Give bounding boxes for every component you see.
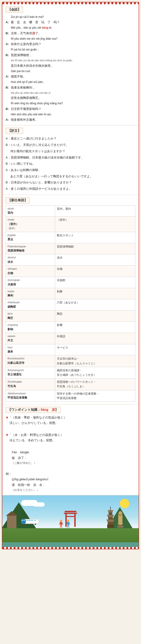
star-icon-1: ★ — [6, 416, 8, 419]
vocab-row: shìwài（室外）↑室外）（室外） — [6, 216, 135, 232]
kaiwa-title: 【会話】 — [6, 6, 23, 13]
vocab-pinyin: shāotáoyáo — [8, 301, 20, 304]
trans-line-a2-1: 何か屋内の観光スポットはありますか？ — [10, 148, 135, 154]
speaker-empty-b6p — [6, 101, 11, 106]
svg-line-26 — [62, 522, 63, 525]
svg-rect-16 — [24, 520, 25, 521]
vocab-row: shēngwù生物生物 — [6, 266, 135, 277]
wanpoint-example-1-char: 饭 凉了． — [6, 455, 135, 460]
vocab-row: jǐngdiǎn景点観光スポット — [6, 232, 135, 243]
vocab-meaning-cell: 琵琶湖博物館 — [55, 243, 135, 254]
vocab-meaning-cell: 陶芸 — [55, 310, 135, 322]
svg-line-27 — [60, 526, 61, 528]
svg-rect-3 — [74, 514, 76, 527]
svg-rect-7 — [108, 512, 112, 515]
vocab-hanzi: 生物 — [8, 272, 13, 275]
vocab-pinyin: fúwù — [8, 346, 12, 349]
trans-line-b1: B：いいえ、天気が少し冷え込んできたので。 — [6, 142, 135, 148]
vocab-row: shāotáoyáo烧陶窑六窯（あながま） — [6, 299, 135, 310]
vocab-pinyin: yǐngxiǎng — [8, 324, 18, 326]
vocab-hanzi: 外文 — [8, 339, 13, 342]
wanpoint-example-1-note: （ご飯が冷めた。） — [11, 460, 135, 466]
translation-block: A：最近どこへ遊びに行きましたか？ B：いいえ、天気が少し冷え込んできたので。 … — [6, 136, 135, 192]
wanpoint-star-1: ★「（気候・季節・場所などの気温が低く） — [6, 415, 135, 420]
stripe-border-top — [2, 2, 139, 4]
vocab-meaning-cell: 観光スポット — [55, 232, 135, 243]
vocab-row: Jiǎhèliúrénshùwū甲贺流忍者屋敷現存する唯一の本物の忍者屋敷・甲賀… — [6, 390, 135, 402]
svg-rect-15 — [22, 520, 23, 521]
vocab-pinyin: shuǐzúguǎn — [8, 279, 20, 281]
svg-point-21 — [24, 524, 26, 525]
star-icon-2: ★ — [6, 433, 8, 436]
stripe-border-bottom — [2, 547, 139, 549]
speaker-empty-a2p — [6, 36, 11, 41]
vocab-section: 【新出単語】 shìnèi室内室内、屋内shìwài（室外）↑室外）（室外）jǐ… — [2, 195, 139, 404]
dialogue-line-b4: B: 或者去体验舞剑， — [6, 85, 135, 90]
vocab-row: wǔjiàn舞剑剣舞 — [6, 288, 135, 299]
vocab-meaning-cell: 六窯（あながま） — [55, 299, 135, 310]
dialogue-line-a4p: Hěn duō dōu yǒu wài wén fú wù. — [6, 112, 135, 117]
vocab-meaning-cell: 淡水 — [55, 254, 135, 266]
vocab-row: fúwù服务サービス — [6, 344, 135, 355]
svg-rect-17 — [26, 520, 28, 521]
vocab-pinyin: jǐngdiǎn — [8, 234, 16, 236]
vocab-hanzi: 景点 — [8, 238, 13, 241]
trans-line-a5: A：多くの場所に外国語サービスがありますよ。 — [6, 186, 135, 192]
trans-line-a3: A：琵琶湖博物館。日本最大級の淡水生物の水族館です。 — [6, 155, 135, 161]
vocab-meaning-cell: 織田信長の居城跡・安土城跡（あづちじょうせき） — [55, 367, 135, 378]
vocab-row: Āntǔchéngyízhǐ安土城遗址織田信長の居城跡・安土城跡（あづちじょうせ… — [6, 367, 135, 378]
dialogue-line-a3: A: 感觉不错。 — [6, 74, 135, 79]
trans-speaker-a3: A：琵琶湖博物館。日本最大級の淡水生物の水族館です。 — [6, 156, 84, 159]
building-illustration — [7, 514, 16, 529]
vocab-meaning-cell: 現存する唯一の本物の忍者屋敷・甲賀流忍術屋敷 — [55, 390, 135, 402]
vocab-pinyin: dànshuǐ — [8, 256, 16, 259]
speech-a2: 你有什么室内景点吗？ — [11, 42, 135, 47]
vocab-meaning-cell: 琵琶湖第一のパワースポット・竹生島（ちくぶしま） — [55, 378, 135, 390]
svg-line-34 — [68, 526, 69, 528]
vocab-row: Pípáhúbówùguǎn琵琶湖博物馆琵琶湖博物館 — [6, 243, 135, 254]
svg-marker-10 — [106, 520, 115, 522]
vocab-hanzi: 舞剑 — [8, 294, 13, 297]
speech-a3: 感觉不错。 — [11, 74, 135, 79]
wanpoint-example-2-note: （お冷をください。） — [11, 488, 135, 493]
svg-line-33 — [67, 526, 68, 528]
vocab-meaning-cell: 水族館 — [55, 277, 135, 288]
wanpoint-block: ★「（気候・季節・場所などの気温が低く） 涼しい、ひんやりしている」状態。 ★「… — [6, 415, 135, 493]
kaiwa-section: 【会話】 Zuì jìn qù nǎ lǐ wán le ma? A: 最 近 … — [2, 4, 139, 126]
dialogue-line-b4p: Huò zhě qù tǐ yàn wǔ jiàn, — [6, 80, 135, 84]
vocab-meaning-cell: サービス — [55, 344, 135, 355]
speech-b5: 还有去烧陶窑做陶艺。 — [11, 95, 135, 100]
wanpoint-section: 【ワンポイント知識：liáng 凉】 ★「（気候・季節・場所などの気温が低く） … — [2, 404, 139, 495]
vocab-meaning-cell: 室内、屋内 — [55, 205, 135, 216]
vocab-meaning-cell: 剣舞 — [55, 288, 135, 299]
speech-b3p: shì Rì běn zuì dà de dàn shuǐ shēng wù s… — [11, 58, 135, 63]
speaker-a3: A: — [6, 74, 11, 79]
vocab-pinyin: shìwài — [8, 218, 14, 221]
person-illustration-2 — [66, 520, 70, 529]
speaker-empty-b2p — [6, 47, 11, 52]
main-container: 【会話】 Zuì jìn qù nǎ lǐ wán le ma? A: 最 近 … — [2, 2, 139, 549]
speaker-empty-b5p — [6, 91, 11, 95]
vocab-pinyin: Zhúshēngdǎo — [8, 380, 22, 383]
wanpoint-star-2: ★「（水・お茶・料理などの温度が低く） — [6, 432, 135, 438]
wanpoint-end-bracket: 】 — [55, 408, 58, 412]
vocab-word-cell: shēngwù生物 — [6, 266, 55, 277]
vocab-word-cell: shìnèi室内 — [6, 205, 55, 216]
dialogue-line-b5: 还有去烧陶窑做陶艺。 — [6, 95, 135, 100]
svg-rect-0 — [64, 511, 76, 512]
speech-a4: 很多都有外文服务。 — [11, 117, 135, 122]
vocab-word-cell: yǐngxiǎng影响 — [6, 322, 55, 333]
speaker-b2: B: — [6, 52, 11, 58]
svg-line-28 — [62, 526, 62, 528]
svg-point-22 — [34, 524, 36, 525]
speech-b4: 或者去体验舞剑， — [11, 85, 135, 90]
speaker-a2: A: — [6, 42, 11, 47]
vocab-word-cell: Zhúshēngdǎo竹生岛 — [6, 378, 55, 390]
vocab-pinyin: Bǐruìshānyánlísì — [8, 357, 24, 360]
vocab-word-cell: dànshuǐ淡水 — [6, 254, 55, 266]
speech-pinyin-1: Zuì jìn qù nǎ lǐ wán le ma? — [11, 14, 135, 19]
vocab-row: shuǐzúguǎn水族馆水族館 — [6, 277, 135, 288]
speaker-b3 — [6, 63, 11, 68]
torii-illustration — [64, 509, 78, 529]
train-illustration — [21, 518, 40, 526]
